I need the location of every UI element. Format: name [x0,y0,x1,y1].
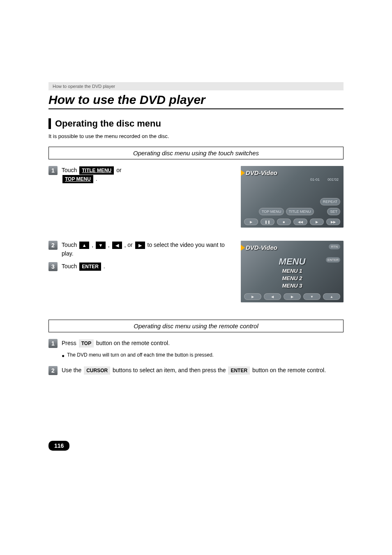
ss2-rtn-button[interactable]: RTN [329,244,340,249]
step-text: Press TOP button on the remote control. [62,339,344,348]
step-text: Touch TITLE MENU or TOP MENU . [62,166,233,183]
down-icon[interactable]: ▼ [303,293,321,300]
remote-subsection-title: Operating disc menu using the remote con… [48,320,344,332]
breadcrumb-bar: How to operate the DVD player [48,82,344,90]
ss2-menu-item-3[interactable]: MENU 3 [282,283,302,289]
remote-cursor-button[interactable]: CURSOR [84,366,110,375]
section-heading-row: Operating the disc menu [48,118,344,129]
left-icon[interactable]: ◀ [264,293,281,300]
ss2-title: DVD-Video [246,244,277,251]
arrow-right-icon[interactable]: ▶ [135,242,145,249]
ss1-set-button[interactable]: SET [327,208,340,215]
step-text: Touch ▲ , ▼ , ◀ , or ▶ to select the vid… [62,241,233,258]
arrow-up-icon[interactable]: ▲ [79,242,89,249]
dvd-screenshot-1: DVD-Video 01-01 001'02 REPEAT SET TOP ME… [241,166,344,228]
ss1-chapter: 01-01 [310,177,320,182]
ss2-enter-button[interactable]: ENTER [326,257,340,263]
step-badge: 2 [48,366,58,375]
step-badge: 1 [48,339,58,348]
stop-icon[interactable]: ■ [277,219,291,225]
remote-step-1-note: ● The DVD menu will turn on and off each… [62,352,344,359]
step-text: Touch ENTER . [62,262,233,271]
ss1-repeat-button[interactable]: REPEAT [320,198,340,205]
page-title: How to use the DVD player [48,90,344,109]
section-mark-icon [48,118,51,129]
section-intro: It is possible to use the menu recorded … [48,133,344,139]
ss1-time: 001'02 [327,177,339,182]
touch-step-2: 2 Touch ▲ , ▼ , ◀ , or ▶ to select the v… [48,241,233,258]
touch-step-1: 1 Touch TITLE MENU or TOP MENU . [48,166,233,183]
bullet-text: The DVD menu will turn on and off each t… [67,352,214,358]
fast-forward-icon[interactable]: ▶▶ [326,219,340,225]
remote-step-2: 2 Use the CURSOR buttons to select an it… [48,366,344,375]
breadcrumb-text: How to operate the DVD player [53,84,115,89]
top-menu-button[interactable]: TOP MENU [62,175,93,183]
step-badge: 1 [48,166,58,175]
ss1-titlemenu-button[interactable]: TITLE MENU [286,208,314,215]
pause-icon[interactable]: ❚❚ [261,219,274,225]
play-icon[interactable]: ▶ [244,293,261,300]
up-icon[interactable]: ▲ [323,293,340,300]
title-menu-button[interactable]: TITLE MENU [79,166,114,175]
ss2-menu-item-2[interactable]: MENU 2 [282,275,302,281]
ss1-transport-row: ▶ ❚❚ ■ ◀◀ ▶ ▶▶ [244,219,340,225]
rewind-icon[interactable]: ◀◀ [293,219,307,225]
section-title: Operating the disc menu [55,118,161,129]
arrow-left-icon[interactable]: ◀ [112,242,122,249]
touch-step-3: 3 Touch ENTER . [48,262,233,271]
step-badge: 3 [48,262,58,271]
bullet-icon: ● [62,352,65,359]
remote-step-1: 1 Press TOP button on the remote control… [48,339,344,348]
ss2-menu-item-1[interactable]: MENU 1 [282,268,302,274]
forward-step-icon[interactable]: ▶ [310,219,324,225]
dvd-screenshot-2: DVD-Video RTN ENTER MENU MENU 1 MENU 2 M… [241,241,344,302]
touch-subsection-title: Operating disc menu using the touch swit… [48,147,344,159]
step-badge: 2 [48,241,58,250]
right-icon[interactable]: ▶ [284,293,301,300]
ss1-topmenu-button[interactable]: TOP MENU [259,208,284,215]
ss1-title: DVD-Video [246,169,277,176]
enter-button[interactable]: ENTER [79,263,101,271]
play-icon[interactable]: ▶ [244,219,258,225]
page-number: 116 [48,441,69,451]
ss2-menu-heading: MENU [279,256,306,267]
step-text: Use the CURSOR buttons to select an item… [62,366,344,375]
remote-enter-button[interactable]: ENTER [228,366,250,375]
arrow-down-icon[interactable]: ▼ [96,242,106,249]
ss2-transport-row: ▶ ◀ ▶ ▼ ▲ [244,293,340,300]
remote-top-button[interactable]: TOP [79,339,94,348]
